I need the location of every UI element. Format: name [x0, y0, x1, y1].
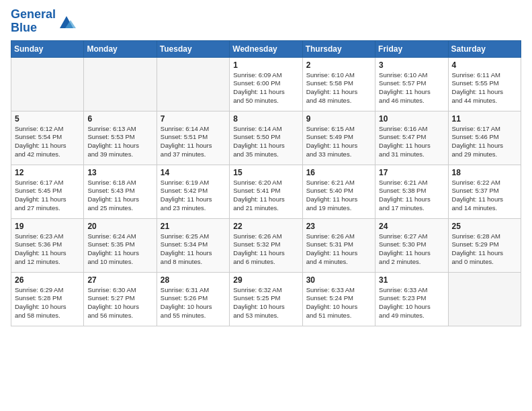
calendar-cell: 1Sunrise: 6:09 AM Sunset: 6:00 PM Daylig…: [230, 57, 302, 111]
calendar-table: SundayMondayTuesdayWednesdayThursdayFrid…: [11, 40, 521, 326]
day-number: 2: [306, 60, 371, 70]
day-info: Sunrise: 6:15 AM Sunset: 5:49 PM Dayligh…: [306, 125, 371, 159]
day-info: Sunrise: 6:30 AM Sunset: 5:27 PM Dayligh…: [87, 286, 152, 320]
day-number: 8: [233, 114, 298, 124]
calendar-cell: 23Sunrise: 6:26 AM Sunset: 5:31 PM Dayli…: [302, 218, 375, 272]
day-number: 13: [87, 168, 152, 177]
day-number: 22: [233, 222, 298, 231]
day-number: 5: [15, 114, 80, 124]
calendar-cell: [11, 57, 84, 111]
day-info: Sunrise: 6:16 AM Sunset: 5:47 PM Dayligh…: [379, 125, 444, 159]
day-number: 11: [452, 114, 517, 124]
day-number: 30: [306, 275, 371, 285]
page: General Blue SundayMondayTuesdayWednesda…: [0, 0, 532, 411]
header: General Blue: [11, 8, 521, 35]
logo-blue: Blue: [11, 21, 37, 34]
calendar-cell: 17Sunrise: 6:21 AM Sunset: 5:38 PM Dayli…: [375, 165, 448, 218]
day-info: Sunrise: 6:33 AM Sunset: 5:24 PM Dayligh…: [306, 286, 371, 320]
day-info: Sunrise: 6:24 AM Sunset: 5:35 PM Dayligh…: [87, 232, 152, 267]
day-info: Sunrise: 6:13 AM Sunset: 5:53 PM Dayligh…: [87, 125, 152, 159]
day-info: Sunrise: 6:33 AM Sunset: 5:23 PM Dayligh…: [379, 286, 444, 320]
calendar-cell: 22Sunrise: 6:26 AM Sunset: 5:32 PM Dayli…: [230, 218, 302, 272]
calendar-cell: 18Sunrise: 6:22 AM Sunset: 5:37 PM Dayli…: [448, 165, 521, 218]
day-number: 21: [161, 222, 226, 231]
logo: General Blue: [11, 8, 76, 35]
week-row-2: 12Sunrise: 6:17 AM Sunset: 5:45 PM Dayli…: [11, 165, 521, 218]
calendar-cell: 20Sunrise: 6:24 AM Sunset: 5:35 PM Dayli…: [84, 218, 157, 272]
calendar-cell: 12Sunrise: 6:17 AM Sunset: 5:45 PM Dayli…: [11, 165, 84, 218]
calendar-cell: 24Sunrise: 6:27 AM Sunset: 5:30 PM Dayli…: [375, 218, 448, 272]
weekday-thursday: Thursday: [302, 40, 375, 57]
day-info: Sunrise: 6:31 AM Sunset: 5:26 PM Dayligh…: [161, 286, 226, 320]
day-number: 15: [233, 168, 298, 177]
day-number: 3: [379, 60, 444, 70]
week-row-1: 5Sunrise: 6:12 AM Sunset: 5:54 PM Daylig…: [11, 111, 521, 165]
day-info: Sunrise: 6:29 AM Sunset: 5:28 PM Dayligh…: [15, 286, 80, 320]
calendar-cell: 2Sunrise: 6:10 AM Sunset: 5:58 PM Daylig…: [302, 57, 375, 111]
day-info: Sunrise: 6:28 AM Sunset: 5:29 PM Dayligh…: [452, 232, 517, 267]
day-info: Sunrise: 6:14 AM Sunset: 5:50 PM Dayligh…: [233, 125, 298, 159]
calendar-cell: 4Sunrise: 6:11 AM Sunset: 5:55 PM Daylig…: [448, 57, 521, 111]
weekday-friday: Friday: [375, 40, 448, 57]
calendar-cell: 8Sunrise: 6:14 AM Sunset: 5:50 PM Daylig…: [230, 111, 302, 165]
day-number: 16: [306, 168, 371, 177]
day-info: Sunrise: 6:23 AM Sunset: 5:36 PM Dayligh…: [15, 232, 80, 267]
calendar-cell: 30Sunrise: 6:33 AM Sunset: 5:24 PM Dayli…: [302, 272, 375, 326]
day-number: 14: [161, 168, 226, 177]
day-number: 12: [15, 168, 80, 177]
day-number: 7: [161, 114, 226, 124]
day-number: 24: [379, 222, 444, 231]
logo-icon: [57, 12, 76, 31]
day-number: 20: [87, 222, 152, 231]
weekday-sunday: Sunday: [11, 40, 84, 57]
day-info: Sunrise: 6:25 AM Sunset: 5:34 PM Dayligh…: [161, 232, 226, 267]
day-number: 26: [15, 275, 80, 285]
day-info: Sunrise: 6:10 AM Sunset: 5:58 PM Dayligh…: [306, 71, 371, 105]
day-number: 17: [379, 168, 444, 177]
calendar-cell: 19Sunrise: 6:23 AM Sunset: 5:36 PM Dayli…: [11, 218, 84, 272]
day-number: 29: [233, 275, 298, 285]
day-number: 9: [306, 114, 371, 124]
day-number: 18: [452, 168, 517, 177]
weekday-header-row: SundayMondayTuesdayWednesdayThursdayFrid…: [11, 40, 521, 57]
calendar-cell: 14Sunrise: 6:19 AM Sunset: 5:42 PM Dayli…: [157, 165, 229, 218]
calendar-cell: 7Sunrise: 6:14 AM Sunset: 5:51 PM Daylig…: [157, 111, 229, 165]
day-info: Sunrise: 6:26 AM Sunset: 5:32 PM Dayligh…: [233, 232, 298, 267]
weekday-monday: Monday: [84, 40, 157, 57]
calendar-cell: [157, 57, 229, 111]
day-info: Sunrise: 6:18 AM Sunset: 5:43 PM Dayligh…: [87, 179, 152, 213]
calendar-cell: 10Sunrise: 6:16 AM Sunset: 5:47 PM Dayli…: [375, 111, 448, 165]
calendar-cell: 27Sunrise: 6:30 AM Sunset: 5:27 PM Dayli…: [84, 272, 157, 326]
day-number: 28: [161, 275, 226, 285]
calendar-cell: 26Sunrise: 6:29 AM Sunset: 5:28 PM Dayli…: [11, 272, 84, 326]
day-info: Sunrise: 6:17 AM Sunset: 5:46 PM Dayligh…: [452, 125, 517, 159]
logo-text: General Blue: [11, 8, 56, 35]
calendar-cell: [448, 272, 521, 326]
day-number: 19: [15, 222, 80, 231]
week-row-3: 19Sunrise: 6:23 AM Sunset: 5:36 PM Dayli…: [11, 218, 521, 272]
calendar-cell: 3Sunrise: 6:10 AM Sunset: 5:57 PM Daylig…: [375, 57, 448, 111]
calendar-cell: 15Sunrise: 6:20 AM Sunset: 5:41 PM Dayli…: [230, 165, 302, 218]
day-info: Sunrise: 6:17 AM Sunset: 5:45 PM Dayligh…: [15, 179, 80, 213]
day-info: Sunrise: 6:27 AM Sunset: 5:30 PM Dayligh…: [379, 232, 444, 267]
day-info: Sunrise: 6:10 AM Sunset: 5:57 PM Dayligh…: [379, 71, 444, 105]
day-number: 6: [87, 114, 152, 124]
calendar-cell: 5Sunrise: 6:12 AM Sunset: 5:54 PM Daylig…: [11, 111, 84, 165]
calendar-cell: 11Sunrise: 6:17 AM Sunset: 5:46 PM Dayli…: [448, 111, 521, 165]
week-row-0: 1Sunrise: 6:09 AM Sunset: 6:00 PM Daylig…: [11, 57, 521, 111]
day-number: 1: [233, 60, 298, 70]
day-info: Sunrise: 6:21 AM Sunset: 5:40 PM Dayligh…: [306, 179, 371, 213]
day-info: Sunrise: 6:20 AM Sunset: 5:41 PM Dayligh…: [233, 179, 298, 213]
day-number: 27: [87, 275, 152, 285]
day-number: 4: [452, 60, 517, 70]
day-info: Sunrise: 6:14 AM Sunset: 5:51 PM Dayligh…: [161, 125, 226, 159]
calendar-cell: 16Sunrise: 6:21 AM Sunset: 5:40 PM Dayli…: [302, 165, 375, 218]
day-info: Sunrise: 6:26 AM Sunset: 5:31 PM Dayligh…: [306, 232, 371, 267]
calendar-cell: 13Sunrise: 6:18 AM Sunset: 5:43 PM Dayli…: [84, 165, 157, 218]
day-info: Sunrise: 6:19 AM Sunset: 5:42 PM Dayligh…: [161, 179, 226, 213]
calendar-cell: 31Sunrise: 6:33 AM Sunset: 5:23 PM Dayli…: [375, 272, 448, 326]
day-info: Sunrise: 6:09 AM Sunset: 6:00 PM Dayligh…: [233, 71, 298, 105]
weekday-wednesday: Wednesday: [230, 40, 302, 57]
logo-general: General: [11, 7, 56, 21]
day-info: Sunrise: 6:11 AM Sunset: 5:55 PM Dayligh…: [452, 71, 517, 105]
